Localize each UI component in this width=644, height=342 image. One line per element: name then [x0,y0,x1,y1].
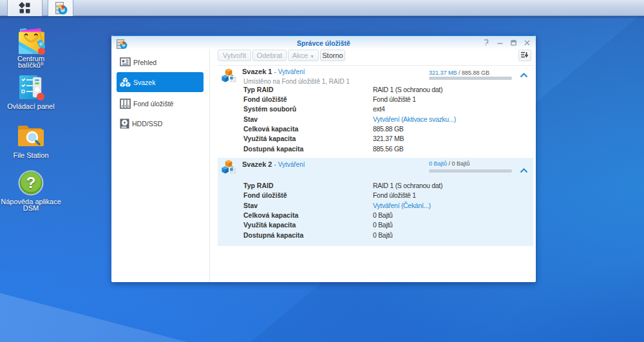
svg-text:?: ? [26,174,36,191]
